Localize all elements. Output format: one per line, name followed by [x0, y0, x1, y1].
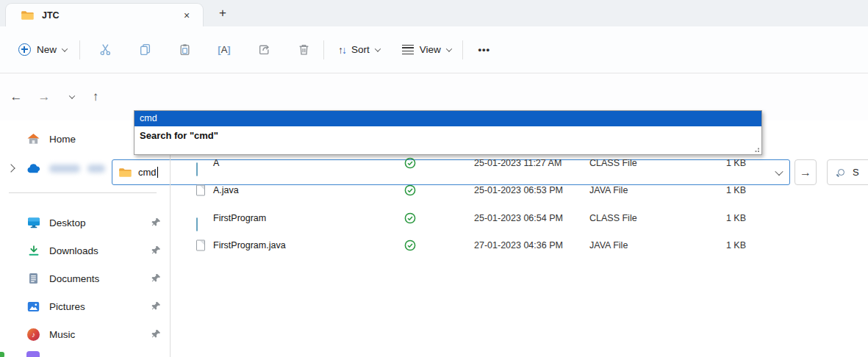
file-explorer-window: JTC × + New [0, 0, 868, 357]
sort-button-label: Sort [351, 44, 370, 55]
cutoff-tree-icon [0, 352, 4, 357]
cut-button[interactable] [91, 36, 119, 64]
redacted-account-name [49, 165, 80, 173]
java-file-icon [196, 185, 205, 196]
sidebar-item-documents[interactable]: Documents [0, 267, 170, 289]
copy-button[interactable] [131, 36, 159, 64]
view-icon [402, 45, 414, 54]
tab-bar: JTC × + [0, 0, 868, 26]
home-icon [26, 132, 40, 145]
file-size: 1 KB [678, 213, 746, 223]
clipboard-icons-group: [A] [91, 36, 318, 64]
rename-letter-icon: A [221, 44, 228, 55]
rename-button[interactable]: [A] [210, 36, 238, 64]
tab-close-icon[interactable]: × [179, 10, 194, 21]
sidebar-item-pictures[interactable]: Pictures [0, 295, 170, 317]
view-button-label: View [420, 44, 441, 55]
sidebar-item-music[interactable]: ♪ Music [0, 323, 170, 345]
copy-icon [139, 43, 151, 56]
chevron-down-icon [446, 46, 452, 51]
forward-button[interactable]: → [33, 86, 55, 108]
music-icon: ♪ [26, 328, 40, 341]
content-area: Home [0, 120, 868, 357]
sync-status-icon [404, 157, 416, 169]
see-more-button[interactable]: ••• [470, 36, 498, 64]
sidebar-separator [9, 192, 157, 193]
address-autocomplete-dropdown: cmd Search for "cmd" [134, 110, 762, 155]
sort-icon: ↑↓ [338, 44, 345, 56]
toolbar-divider [79, 40, 80, 60]
plus-circle-icon [18, 43, 31, 56]
file-name: A [213, 158, 219, 168]
tab-jtc[interactable]: JTC × [5, 3, 204, 26]
new-button[interactable]: New [12, 36, 73, 64]
downloads-icon [26, 244, 40, 257]
file-name: FirstProgram [213, 213, 266, 223]
file-size: 1 KB [678, 185, 746, 195]
sidebar-item-desktop[interactable]: Desktop [0, 212, 170, 234]
class-file-icon [196, 162, 198, 176]
file-date-modified: 27-01-2023 04:36 PM [474, 240, 563, 250]
new-button-label: New [37, 44, 57, 55]
toolbar-divider [462, 40, 463, 60]
desktop-icon [26, 216, 40, 229]
pin-icon[interactable] [151, 245, 161, 255]
tab-title: JTC [42, 10, 60, 21]
file-list: A 25-01-2023 11:27 AM CLASS File 1 KB A.… [171, 120, 868, 357]
cut-icon [99, 43, 112, 56]
file-type: CLASS File [589, 213, 637, 223]
sidebar-item-label: Home [49, 134, 76, 145]
file-name: FirstProgram.java [213, 240, 286, 250]
autocomplete-item-cmd[interactable]: cmd [134, 111, 761, 126]
share-button[interactable] [250, 36, 278, 64]
share-icon [258, 43, 270, 56]
class-file-icon [196, 217, 198, 231]
rename-bracket-icon: ] [227, 44, 230, 55]
file-row[interactable]: FirstProgram 25-01-2023 06:54 PM CLASS F… [171, 205, 868, 231]
command-toolbar: New [0, 26, 868, 73]
sync-status-icon [404, 212, 416, 224]
redacted-account-name [87, 165, 105, 173]
autocomplete-item-search[interactable]: Search for "cmd" [134, 126, 761, 145]
file-name: A.java [213, 185, 239, 195]
file-type: CLASS File [589, 158, 637, 168]
sync-status-icon [404, 239, 416, 251]
pin-icon[interactable] [151, 301, 161, 311]
sort-button[interactable]: ↑↓ Sort [331, 36, 387, 64]
recent-locations-button[interactable] [61, 86, 83, 108]
chevron-down-icon [62, 46, 68, 51]
up-button[interactable]: ↑ [85, 86, 107, 108]
delete-button[interactable] [290, 36, 318, 64]
view-button[interactable]: View [395, 36, 458, 64]
new-tab-button[interactable]: + [213, 4, 232, 22]
sidebar-item-label: Music [49, 329, 75, 340]
toolbar-divider [323, 40, 324, 60]
pin-icon[interactable] [151, 217, 161, 227]
pin-icon[interactable] [151, 273, 161, 283]
pin-icon[interactable] [151, 329, 161, 339]
folder-icon [21, 10, 34, 21]
paste-button[interactable] [171, 36, 198, 64]
java-file-icon [196, 240, 205, 251]
sidebar-item-label: Downloads [49, 245, 98, 256]
file-size: 1 KB [678, 240, 746, 250]
navigation-sidebar: Home [0, 120, 171, 357]
file-date-modified: 25-01-2023 06:53 PM [474, 185, 563, 195]
sidebar-item-downloads[interactable]: Downloads [0, 239, 170, 262]
sidebar-item-onedrive[interactable] [0, 157, 170, 179]
file-date-modified: 25-01-2023 11:27 AM [474, 158, 562, 168]
chevron-down-icon [69, 93, 75, 98]
resize-grip[interactable] [753, 146, 761, 154]
back-button[interactable]: ← [5, 86, 27, 108]
sidebar-item-label: Desktop [49, 217, 86, 228]
sidebar-item-label: Documents [49, 273, 99, 284]
expand-chevron-icon[interactable] [7, 164, 15, 172]
file-date-modified: 25-01-2023 06:54 PM [474, 213, 563, 223]
sidebar-item-label: Pictures [49, 301, 85, 312]
file-row[interactable]: FirstProgram.java 27-01-2023 04:36 PM JA… [171, 232, 868, 259]
sync-status-icon [404, 184, 416, 196]
chevron-down-icon [375, 46, 381, 51]
more-icon: ••• [478, 44, 490, 55]
file-row[interactable]: A.java 25-01-2023 06:53 PM JAVA File 1 K… [171, 177, 868, 203]
file-type: JAVA File [589, 240, 628, 250]
